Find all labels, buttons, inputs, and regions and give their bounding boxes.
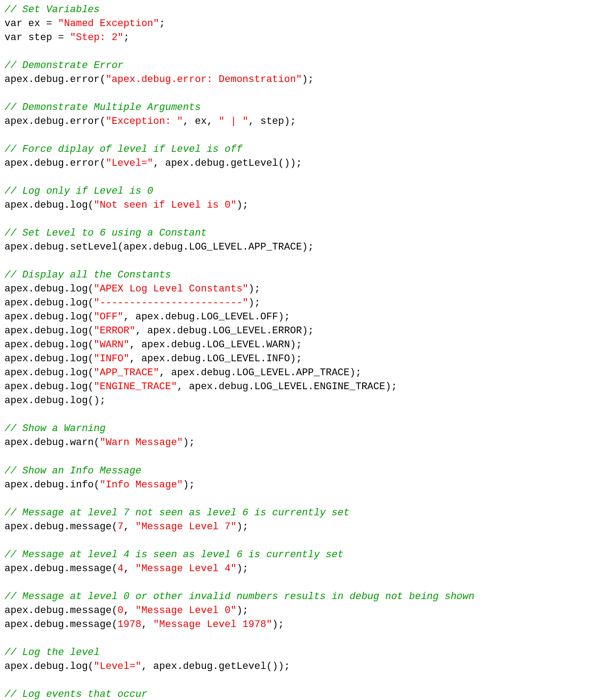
string-literal: "------------------------": [94, 297, 248, 309]
code-text: , apex.debug.getLevel());: [141, 661, 290, 672]
number-literal: 1978: [118, 619, 141, 630]
string-literal: "Exception: ": [105, 116, 183, 127]
string-literal: "APP_TRACE": [94, 367, 159, 378]
code-line: var ex =: [5, 18, 58, 29]
comment-msg-7: // Message at level 7 not seen as level …: [5, 507, 350, 518]
code-line: apex.debug.log(: [5, 283, 94, 295]
code-text: );: [237, 521, 248, 532]
string-literal: "WARN": [94, 339, 129, 350]
number-literal: 4: [118, 563, 123, 574]
number-literal: 0: [118, 605, 123, 616]
code-text: , apex.debug.getLevel());: [153, 158, 302, 169]
string-literal: "Step: 2": [70, 32, 123, 43]
code-text: ;: [159, 18, 165, 29]
code-text: ,: [141, 619, 153, 630]
code-text: , apex.debug.LOG_LEVEL.INFO);: [129, 353, 302, 364]
string-literal: "Message Level 7": [135, 521, 236, 532]
string-literal: "OFF": [94, 311, 123, 323]
string-literal: "apex.debug.error: Demonstration": [105, 74, 302, 85]
string-literal: "ERROR": [94, 325, 135, 336]
string-literal: "ENGINE_TRACE": [94, 381, 177, 392]
string-literal: "Named Exception": [58, 18, 159, 29]
string-literal: "APEX Log Level Constants": [94, 283, 248, 295]
comment-demo-multi: // Demonstrate Multiple Arguments: [5, 102, 201, 113]
comment-msg-0: // Message at level 0 or other invalid n…: [5, 591, 474, 602]
code-line: apex.debug.log();: [5, 395, 105, 406]
code-text: , apex.debug.LOG_LEVEL.ERROR);: [135, 325, 314, 336]
code-line: apex.debug.message(: [5, 521, 118, 532]
code-line: apex.debug.error(: [5, 158, 105, 169]
code-line: apex.debug.message(: [5, 619, 118, 630]
code-line: apex.debug.log(: [5, 381, 94, 392]
code-line: apex.debug.message(: [5, 605, 118, 616]
comment-show-info: // Show an Info Message: [5, 465, 141, 477]
code-text: );: [272, 619, 284, 630]
comment-show-warning: // Show a Warning: [5, 423, 105, 434]
code-line: apex.debug.log(: [5, 339, 94, 350]
code-text: , apex.debug.LOG_LEVEL.ENGINE_TRACE);: [177, 381, 397, 392]
code-line: apex.debug.message(: [5, 563, 118, 574]
code-line: var step =: [5, 32, 70, 43]
code-line: apex.debug.log(: [5, 661, 94, 672]
code-text: , step);: [248, 116, 296, 127]
comment-log-events: // Log events that occur: [5, 689, 147, 700]
code-text: , ex,: [183, 116, 219, 127]
string-literal: "INFO": [94, 353, 129, 364]
comment-display-constants: // Display all the Constants: [5, 269, 171, 281]
number-literal: 7: [118, 521, 123, 532]
string-literal: "Info Message": [100, 479, 183, 491]
string-literal: "Level=": [94, 661, 141, 672]
code-text: );: [237, 563, 248, 574]
code-text: , apex.debug.LOG_LEVEL.APP_TRACE);: [159, 367, 361, 378]
string-literal: "Message Level 0": [135, 605, 236, 616]
code-text: ,: [123, 521, 135, 532]
code-line: apex.debug.error(: [5, 116, 105, 127]
code-text: );: [237, 605, 248, 616]
code-line: apex.debug.setLevel(apex.debug.LOG_LEVEL…: [5, 241, 314, 253]
comment-log-only: // Log only if Level is 0: [5, 186, 153, 197]
code-line: apex.debug.log(: [5, 325, 94, 336]
code-text: ,: [123, 563, 135, 574]
string-literal: " | ": [219, 116, 248, 127]
code-block: // Set Variables var ex = "Named Excepti…: [0, 0, 615, 700]
code-line: apex.debug.log(: [5, 200, 94, 211]
string-literal: "Message Level 1978": [153, 619, 272, 630]
code-line: apex.debug.error(: [5, 74, 105, 85]
code-line: apex.debug.log(: [5, 311, 94, 323]
code-text: ;: [123, 32, 129, 43]
code-text: , apex.debug.LOG_LEVEL.WARN);: [129, 339, 302, 350]
code-line: apex.debug.log(: [5, 367, 94, 378]
code-text: , apex.debug.LOG_LEVEL.OFF);: [123, 311, 290, 323]
code-text: );: [248, 283, 260, 295]
code-text: );: [183, 479, 195, 491]
comment-set-level: // Set Level to 6 using a Constant: [5, 227, 207, 239]
code-line: apex.debug.warn(: [5, 437, 100, 448]
code-line: apex.debug.log(: [5, 297, 94, 309]
comment-log-level: // Log the level: [5, 647, 100, 658]
code-text: );: [183, 437, 195, 448]
string-literal: "Warn Message": [100, 437, 183, 448]
code-text: );: [302, 74, 314, 85]
code-line: apex.debug.info(: [5, 479, 100, 491]
code-text: );: [237, 200, 248, 211]
string-literal: "Not seen if Level is 0": [94, 200, 237, 211]
string-literal: "Message Level 4": [135, 563, 236, 574]
comment-set-variables: // Set Variables: [5, 4, 100, 15]
code-text: ,: [123, 605, 135, 616]
code-text: );: [248, 297, 260, 309]
comment-force-display: // Force diplay of level if Level is off: [5, 144, 242, 155]
comment-msg-4: // Message at level 4 is seen as level 6…: [5, 549, 344, 560]
code-line: apex.debug.log(: [5, 353, 94, 364]
string-literal: "Level=": [105, 158, 153, 169]
comment-demo-error: // Demonstrate Error: [5, 60, 123, 71]
